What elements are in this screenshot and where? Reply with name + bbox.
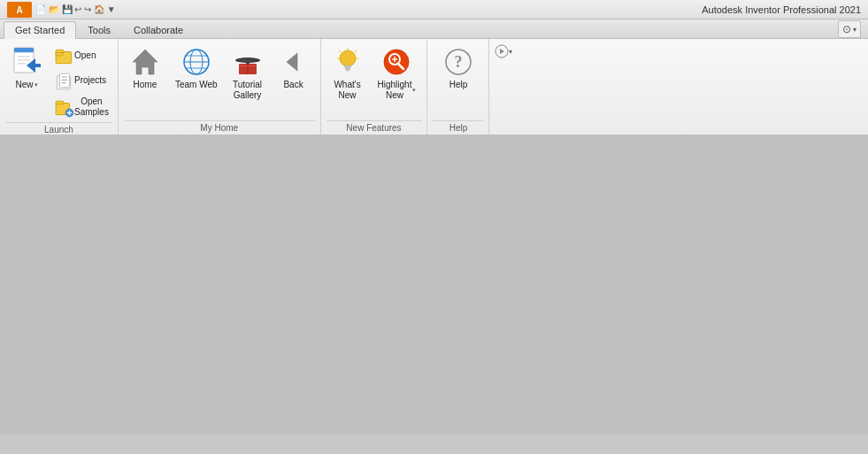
- svg-rect-6: [18, 59, 30, 61]
- ribbon-group-new-features: What's New Highlight New: [321, 39, 428, 135]
- new-features-group-label: New Features: [326, 120, 422, 133]
- team-web-label: Team Web: [175, 80, 218, 90]
- svg-line-42: [339, 50, 341, 52]
- highlight-new-button[interactable]: Highlight New ▾: [373, 42, 422, 104]
- quick-access-icons: 📄 📂 💾 ↩ ↪ 🏠 ▼: [35, 4, 116, 14]
- highlight-new-label: Highlight New: [378, 80, 412, 101]
- ribbon-group-my-home: Home Team Web: [119, 39, 321, 135]
- highlight-new-dropdown-arrow: ▾: [412, 87, 416, 94]
- back-icon: [278, 46, 310, 78]
- help-group-label: Help: [433, 120, 483, 133]
- home-label: Home: [134, 80, 157, 90]
- svg-rect-38: [345, 67, 350, 69]
- help-group-content: ? Help: [437, 42, 480, 119]
- new-icon: [11, 46, 42, 78]
- launch-group-label: Launch: [5, 122, 112, 135]
- svg-marker-53: [500, 49, 504, 54]
- home-icon: [129, 46, 161, 78]
- tutorial-gallery-icon: [232, 46, 264, 78]
- svg-line-41: [355, 50, 357, 52]
- svg-rect-16: [62, 82, 65, 83]
- back-label: Back: [283, 80, 303, 90]
- title-bar: A 📄 📂 💾 ↩ ↪ 🏠 ▼ Autodesk Inventor Profes…: [0, 0, 868, 19]
- tab-collaborate[interactable]: Collaborate: [122, 20, 195, 38]
- projects-icon: [55, 72, 73, 89]
- svg-rect-3: [14, 48, 34, 52]
- dropdown-arrow: ▾: [853, 26, 856, 34]
- my-home-group-label: My Home: [124, 120, 315, 133]
- svg-rect-18: [56, 101, 64, 104]
- svg-marker-35: [287, 53, 297, 71]
- ribbon-collapse-btn[interactable]: ⊙ ▾: [838, 20, 861, 38]
- app-logo: A: [7, 2, 32, 18]
- tab-bar: Get Started Tools Collaborate ⊙ ▾: [0, 19, 868, 39]
- open-button[interactable]: Open: [51, 44, 112, 67]
- help-label: Help: [449, 80, 468, 90]
- ribbon-scroll-btn[interactable]: ▾: [493, 42, 514, 60]
- svg-rect-11: [56, 50, 64, 52]
- new-label: New: [15, 80, 33, 90]
- whats-new-icon: [332, 46, 364, 78]
- svg-marker-22: [133, 50, 157, 74]
- projects-label: Projects: [74, 75, 106, 86]
- ribbon-group-help: ? Help Help: [427, 39, 489, 135]
- tutorial-gallery-label: Tutorial Gallery: [233, 80, 262, 101]
- svg-point-45: [384, 50, 409, 74]
- my-home-group-content: Home Team Web: [124, 42, 315, 119]
- whats-new-button[interactable]: What's New: [326, 42, 369, 104]
- new-features-group-content: What's New Highlight New: [326, 42, 422, 119]
- whats-new-label: What's New: [334, 80, 360, 101]
- back-button[interactable]: Back: [273, 42, 315, 94]
- ribbon-group-launch: New ▾ Open: [0, 39, 119, 135]
- tab-get-started[interactable]: Get Started: [4, 21, 76, 39]
- open-icon: [55, 47, 73, 65]
- help-icon: ?: [442, 46, 474, 78]
- ribbon-right-controls: ▾: [489, 39, 518, 135]
- launch-group-content: New ▾ Open: [5, 42, 112, 120]
- svg-rect-37: [344, 65, 351, 67]
- team-web-button[interactable]: Team Web: [170, 42, 223, 94]
- svg-text:?: ?: [454, 53, 462, 71]
- new-button[interactable]: New ▾: [5, 42, 48, 94]
- highlight-new-icon: [380, 46, 412, 78]
- tab-tools[interactable]: Tools: [76, 20, 122, 38]
- home-button[interactable]: Home: [124, 42, 166, 94]
- projects-button[interactable]: Projects: [51, 69, 112, 92]
- svg-rect-15: [62, 80, 68, 81]
- tutorial-gallery-button[interactable]: Tutorial Gallery: [227, 42, 269, 104]
- svg-rect-39: [346, 69, 350, 71]
- app-title: Autodesk Inventor Professional 2021: [702, 4, 861, 15]
- open-samples-button[interactable]: Open Samples: [51, 94, 112, 120]
- title-bar-left: A 📄 📂 💾 ↩ ↪ 🏠 ▼: [7, 2, 116, 18]
- svg-text:A: A: [16, 5, 22, 15]
- svg-rect-14: [62, 77, 68, 78]
- svg-rect-5: [18, 56, 30, 58]
- open-samples-icon: [55, 98, 73, 116]
- main-content-area: [0, 136, 868, 435]
- open-samples-label: Open Samples: [74, 96, 109, 118]
- help-button[interactable]: ? Help: [437, 42, 480, 94]
- open-label: Open: [74, 50, 96, 61]
- team-web-icon: [181, 46, 212, 78]
- collapse-icon: ⊙: [842, 23, 851, 35]
- new-dropdown-arrow: ▾: [35, 81, 38, 88]
- ribbon: New ▾ Open: [0, 39, 868, 136]
- svg-rect-7: [18, 63, 27, 65]
- svg-point-36: [340, 50, 356, 66]
